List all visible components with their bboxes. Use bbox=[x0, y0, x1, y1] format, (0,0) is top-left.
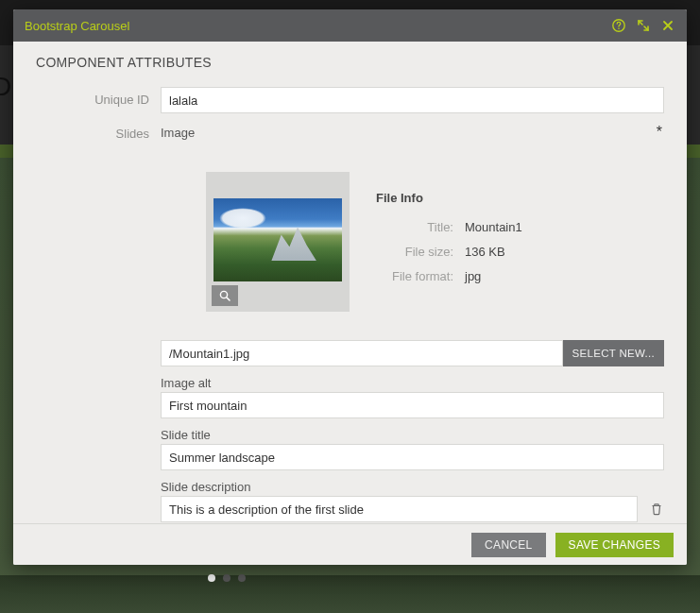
image-alt-input[interactable] bbox=[161, 392, 664, 418]
slide-description-input[interactable] bbox=[161, 496, 638, 522]
trash-icon[interactable] bbox=[649, 502, 664, 517]
image-thumbnail-panel bbox=[206, 172, 350, 312]
required-indicator: * bbox=[657, 124, 664, 141]
slides-type: Image bbox=[161, 126, 195, 140]
modal-dialog: Bootstrap Carousel COMPONENT ATTRIBUTES … bbox=[13, 9, 687, 565]
cancel-button[interactable]: CANCEL bbox=[471, 533, 545, 557]
file-info-heading: File Info bbox=[376, 191, 522, 205]
file-title-label: Title: bbox=[376, 220, 453, 234]
svg-point-1 bbox=[618, 28, 620, 30]
section-title: COMPONENT ATTRIBUTES bbox=[36, 55, 664, 70]
file-title-value: Mountain1 bbox=[465, 220, 522, 234]
file-format-value: jpg bbox=[465, 269, 481, 283]
titlebar: Bootstrap Carousel bbox=[13, 9, 687, 42]
unique-id-label: Unique ID bbox=[36, 87, 161, 107]
image-alt-label: Image alt bbox=[161, 372, 664, 392]
help-icon[interactable] bbox=[611, 18, 626, 33]
zoom-icon[interactable] bbox=[212, 285, 238, 306]
file-size-value: 136 KB bbox=[465, 245, 505, 259]
close-icon[interactable] bbox=[660, 18, 675, 33]
file-format-label: File format: bbox=[376, 269, 453, 283]
expand-icon[interactable] bbox=[636, 18, 651, 33]
slides-label: Slides bbox=[36, 121, 161, 141]
unique-id-input[interactable] bbox=[161, 87, 664, 113]
slide-description-label: Slide description bbox=[161, 476, 664, 496]
save-button[interactable]: SAVE CHANGES bbox=[555, 533, 674, 557]
select-new-button[interactable]: SELECT NEW... bbox=[563, 340, 664, 366]
image-thumbnail[interactable] bbox=[213, 198, 342, 281]
dialog-footer: CANCEL SAVE CHANGES bbox=[13, 523, 687, 565]
file-size-label: File size: bbox=[376, 245, 453, 259]
slide-title-input[interactable] bbox=[161, 444, 664, 470]
image-path-input[interactable] bbox=[161, 340, 563, 366]
titlebar-title: Bootstrap Carousel bbox=[25, 19, 602, 33]
slide-title-label: Slide title bbox=[161, 424, 664, 444]
